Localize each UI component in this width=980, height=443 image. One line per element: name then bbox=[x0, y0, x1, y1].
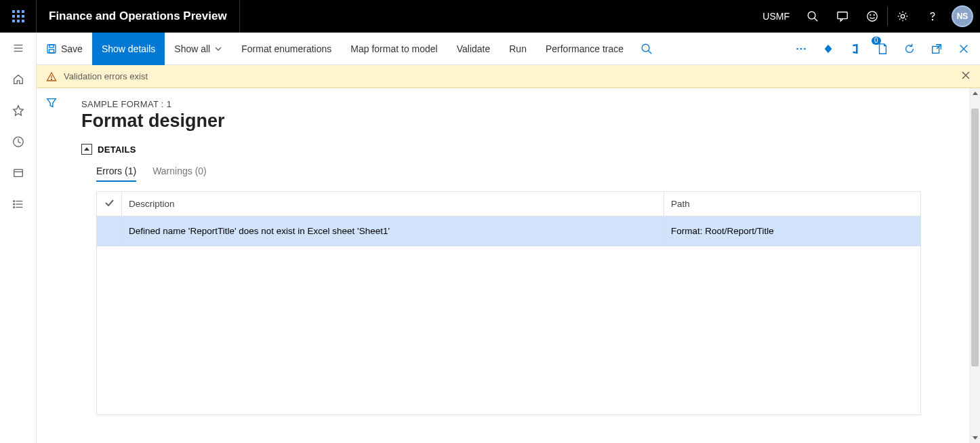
details-tabs: Errors (1) Warnings (0) bbox=[81, 166, 961, 182]
list-icon bbox=[12, 198, 24, 210]
column-description[interactable]: Description bbox=[122, 192, 664, 216]
nav-modules-button[interactable] bbox=[0, 189, 37, 220]
filter-icon bbox=[45, 96, 58, 109]
refresh-icon bbox=[903, 43, 916, 55]
validate-label: Validate bbox=[457, 43, 491, 54]
page-title: Format designer bbox=[81, 111, 961, 132]
svg-point-28 bbox=[13, 207, 14, 208]
collapse-toggle bbox=[81, 144, 92, 155]
scroll-down-button[interactable] bbox=[970, 432, 980, 443]
refresh-button[interactable] bbox=[896, 33, 923, 65]
triangle-down-icon bbox=[972, 434, 979, 441]
save-button[interactable]: Save bbox=[37, 33, 92, 65]
help-button[interactable] bbox=[918, 0, 947, 33]
validate-button[interactable]: Validate bbox=[447, 33, 500, 65]
grid-row[interactable]: Defined name 'ReportTitle' does not exis… bbox=[97, 216, 920, 246]
scroll-thumb[interactable] bbox=[971, 109, 979, 366]
svg-line-10 bbox=[815, 18, 818, 22]
star-icon bbox=[12, 104, 24, 117]
map-format-label: Map format to model bbox=[350, 43, 437, 54]
ellipsis-icon bbox=[795, 43, 807, 55]
action-search-button[interactable] bbox=[633, 33, 660, 65]
svg-rect-8 bbox=[22, 20, 24, 22]
nav-recent-button[interactable] bbox=[0, 126, 37, 157]
waffle-icon bbox=[12, 10, 24, 22]
close-page-button[interactable] bbox=[950, 33, 977, 65]
close-icon bbox=[958, 43, 970, 55]
attachments-badge: 0 bbox=[872, 37, 881, 45]
details-section-title: DETAILS bbox=[98, 145, 136, 155]
validation-message-bar: Validation errors exist bbox=[37, 65, 980, 88]
messages-button[interactable] bbox=[828, 0, 857, 33]
tab-errors[interactable]: Errors (1) bbox=[96, 166, 136, 182]
nav-expand-button[interactable] bbox=[0, 33, 37, 64]
svg-point-12 bbox=[867, 12, 877, 21]
format-enumerations-label: Format enumerations bbox=[241, 43, 331, 54]
app-launcher-button[interactable] bbox=[0, 0, 37, 33]
attachments-button[interactable]: 0 bbox=[869, 33, 896, 65]
question-icon bbox=[926, 10, 939, 22]
svg-point-27 bbox=[13, 204, 14, 205]
chat-icon bbox=[836, 10, 849, 22]
global-search-button[interactable] bbox=[798, 0, 828, 33]
svg-rect-31 bbox=[49, 50, 54, 53]
vertical-scrollbar[interactable] bbox=[969, 88, 980, 443]
performance-trace-button[interactable]: Performance trace bbox=[536, 33, 633, 65]
save-label: Save bbox=[61, 43, 83, 54]
nav-home-button[interactable] bbox=[0, 64, 37, 95]
svg-rect-21 bbox=[14, 170, 22, 177]
user-avatar[interactable]: NS bbox=[952, 5, 973, 27]
settings-button[interactable] bbox=[888, 0, 918, 33]
show-all-button[interactable]: Show all bbox=[165, 33, 232, 65]
svg-rect-4 bbox=[17, 15, 20, 18]
action-bar: Save Show details Show all Format enumer… bbox=[37, 33, 980, 65]
nav-workspaces-button[interactable] bbox=[0, 157, 37, 189]
chevron-down-icon bbox=[214, 45, 222, 53]
triangle-up-icon bbox=[84, 147, 89, 152]
workspace-icon bbox=[12, 167, 24, 179]
global-header: Finance and Operations Preview USMF NS bbox=[0, 0, 980, 33]
row-select-cell[interactable] bbox=[97, 216, 122, 246]
svg-rect-29 bbox=[47, 45, 56, 53]
perf-trace-label: Performance trace bbox=[546, 43, 624, 54]
feedback-button[interactable] bbox=[857, 0, 887, 33]
errors-grid: Description Path Defined name 'ReportTit… bbox=[96, 191, 921, 415]
more-actions-button[interactable] bbox=[788, 33, 815, 65]
column-select[interactable] bbox=[97, 192, 122, 216]
legal-entity-label[interactable]: USMF bbox=[754, 11, 798, 22]
app-title: Finance and Operations Preview bbox=[37, 0, 240, 33]
svg-point-14 bbox=[874, 15, 874, 16]
validation-message-text: Validation errors exist bbox=[64, 71, 148, 81]
scroll-up-button[interactable] bbox=[970, 88, 980, 99]
details-section-toggle[interactable]: DETAILS bbox=[81, 144, 961, 155]
home-icon bbox=[12, 73, 24, 85]
clock-icon bbox=[12, 136, 24, 148]
svg-rect-2 bbox=[22, 10, 24, 13]
filter-pane-toggle[interactable] bbox=[37, 88, 66, 443]
tab-warnings[interactable]: Warnings (0) bbox=[152, 166, 207, 182]
power-apps-button[interactable] bbox=[815, 33, 842, 65]
svg-rect-3 bbox=[12, 15, 15, 18]
message-close-button[interactable] bbox=[961, 71, 971, 82]
svg-rect-30 bbox=[49, 45, 54, 47]
smile-icon bbox=[866, 10, 878, 22]
svg-point-26 bbox=[13, 201, 14, 202]
svg-point-41 bbox=[51, 79, 52, 79]
left-nav-rail bbox=[0, 33, 37, 443]
svg-line-33 bbox=[649, 50, 652, 54]
svg-point-32 bbox=[642, 44, 649, 52]
popout-button[interactable] bbox=[923, 33, 950, 65]
gear-icon bbox=[897, 10, 909, 22]
show-details-button[interactable]: Show details bbox=[92, 33, 165, 65]
diamond-icon bbox=[822, 43, 834, 55]
svg-point-16 bbox=[932, 19, 933, 20]
search-icon bbox=[807, 10, 819, 22]
nav-favorites-button[interactable] bbox=[0, 95, 37, 126]
map-format-to-model-button[interactable]: Map format to model bbox=[341, 33, 447, 65]
office-button[interactable] bbox=[842, 33, 869, 65]
format-enumerations-button[interactable]: Format enumerations bbox=[232, 33, 341, 65]
svg-rect-0 bbox=[12, 10, 15, 13]
svg-rect-7 bbox=[17, 20, 20, 22]
column-path[interactable]: Path bbox=[664, 192, 921, 216]
run-button[interactable]: Run bbox=[499, 33, 536, 65]
